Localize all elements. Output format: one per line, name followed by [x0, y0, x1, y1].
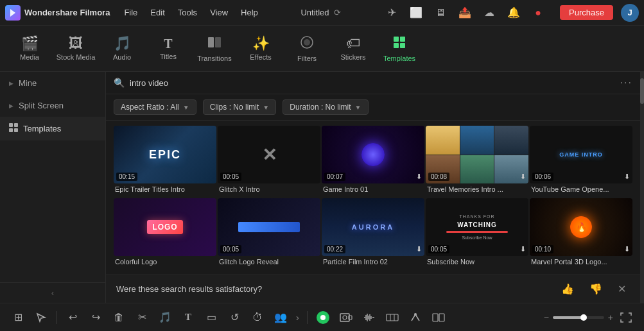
satisfaction-close-button[interactable]: ✕: [614, 282, 630, 296]
sidebar-item-split-screen[interactable]: ▶ Split Screen: [0, 94, 105, 117]
effects-label: Effects: [250, 53, 271, 61]
split-icon[interactable]: [428, 307, 449, 328]
template-card-aurora[interactable]: AURORA 00:22 ⬇ + Particle Film Intro 02: [322, 198, 424, 269]
undo-icon[interactable]: ↩: [62, 307, 83, 328]
text-icon[interactable]: T: [178, 307, 198, 328]
export-icon[interactable]: 📤: [456, 4, 474, 22]
camera-overlay-icon[interactable]: [336, 307, 356, 328]
nav-tools[interactable]: Tools: [177, 5, 198, 20]
svg-rect-2: [215, 37, 221, 47]
toolbar-filters[interactable]: Filters: [284, 30, 330, 67]
templates-sidebar-label: Templates: [23, 124, 61, 133]
add-icon[interactable]: +: [155, 217, 175, 237]
template-card-glitchx[interactable]: ✕ 00:05 + Glitch X Intro: [218, 126, 320, 197]
cut-icon[interactable]: ✂: [132, 307, 152, 328]
more-options-icon[interactable]: ···: [620, 77, 632, 89]
add-icon[interactable]: +: [571, 145, 591, 164]
toolbar-stickers[interactable]: 🏷 Stickers: [330, 31, 376, 66]
marvel-label: Marvel Portal 3D Logo...: [530, 256, 632, 266]
notification-icon[interactable]: ●: [529, 4, 547, 22]
crop-icon[interactable]: ▭: [201, 307, 222, 328]
aurora-label: Particle Film Intro 02: [322, 256, 424, 266]
music-icon[interactable]: 🎵: [155, 307, 175, 328]
divider-1: [57, 311, 57, 324]
stickers-label: Stickers: [340, 53, 365, 61]
toolbar-stock-media[interactable]: 🖼 Stock Media: [53, 31, 99, 66]
zoom-slider[interactable]: [553, 316, 604, 319]
rotate-icon[interactable]: ↺: [224, 307, 245, 328]
svg-marker-0: [10, 9, 15, 17]
delete-icon[interactable]: 🗑: [109, 307, 129, 328]
transitions-label: Transitions: [197, 55, 231, 62]
toolbar-audio[interactable]: 🎵 Audio: [99, 31, 145, 66]
add-icon[interactable]: +: [467, 217, 487, 237]
template-card-logo[interactable]: LOGO + Colorful Logo: [114, 198, 216, 269]
template-card-watching[interactable]: THANKS FOR WATCHING Subscribe Now 00:05 …: [426, 198, 528, 269]
upload-icon[interactable]: ☁: [480, 4, 498, 22]
bell-icon[interactable]: 🔔: [505, 4, 523, 22]
search-input[interactable]: [130, 78, 615, 88]
duration-filter[interactable]: Duration : No limit ▼: [283, 99, 368, 115]
nav-edit[interactable]: Edit: [149, 5, 166, 20]
avatar[interactable]: J: [621, 4, 639, 22]
nav-file[interactable]: File: [123, 5, 139, 20]
template-card-game[interactable]: 00:07 ⬇ + Game Intro 01: [322, 126, 424, 197]
svg-rect-1: [208, 37, 214, 47]
template-card-marvel[interactable]: 🔥 00:10 ⬇ + Marvel Portal 3D Logo...: [530, 198, 632, 269]
thumbs-down-button[interactable]: 👎: [586, 282, 606, 296]
thumbs-up-button[interactable]: 👍: [557, 282, 578, 296]
fit-icon[interactable]: [616, 307, 636, 328]
scrollbar-thumb[interactable]: [640, 78, 644, 104]
add-icon[interactable]: +: [363, 217, 383, 237]
zoom-slider-thumb[interactable]: [580, 314, 587, 321]
app-name: Wondershare Filmora: [24, 8, 110, 17]
sidebar-collapse-button[interactable]: ‹: [0, 282, 105, 303]
record-icon[interactable]: [313, 307, 333, 328]
add-icon[interactable]: +: [363, 145, 383, 164]
toolbar-media[interactable]: 🎬 Media: [6, 31, 53, 66]
aspect-ratio-filter[interactable]: Aspect Ratio : All ▼: [114, 99, 196, 115]
toolbar-row: 🎬 Media 🖼 Stock Media 🎵 Audio T Titles T…: [0, 26, 644, 72]
layout-icon[interactable]: ⊞: [8, 307, 28, 328]
mine-arrow-icon: ▶: [9, 80, 13, 87]
toolbar-transitions[interactable]: Transitions: [191, 30, 238, 67]
content-scrollbar[interactable]: [640, 72, 644, 303]
purchase-button[interactable]: Purchase: [560, 5, 613, 20]
aspect-ratio-label: Aspect Ratio : All: [121, 103, 179, 112]
group-icon[interactable]: 👥: [270, 307, 291, 328]
timeline-icon[interactable]: [382, 307, 403, 328]
more-tools-icon[interactable]: ›: [293, 310, 302, 325]
add-icon[interactable]: +: [259, 145, 279, 164]
audio-waveform-icon[interactable]: [359, 307, 379, 328]
titles-label: Titles: [160, 53, 177, 60]
redo-icon[interactable]: ↪: [85, 307, 106, 328]
add-icon[interactable]: +: [155, 145, 175, 164]
template-card-travel[interactable]: 00:08 ⬇ + Travel Memories Intro ...: [426, 126, 528, 197]
nav-help[interactable]: Help: [239, 5, 259, 20]
video-stabilize-icon[interactable]: [405, 307, 426, 328]
template-card-glitch-logo[interactable]: 00:05 + Glitch Logo Reveal: [218, 198, 320, 269]
select-icon[interactable]: [31, 307, 51, 328]
share-icon[interactable]: ✈: [383, 4, 401, 22]
clips-filter[interactable]: Clips : No limit ▼: [203, 99, 277, 115]
sidebar-item-mine[interactable]: ▶ Mine: [0, 72, 105, 94]
monitor-icon[interactable]: 🖥: [431, 4, 449, 22]
add-icon[interactable]: +: [467, 145, 487, 164]
zoom-in-icon[interactable]: +: [608, 312, 613, 323]
satisfaction-bar: Were these search results satisfactory? …: [106, 275, 640, 303]
speed-icon[interactable]: ⏱: [247, 307, 268, 328]
nav-view[interactable]: View: [209, 5, 229, 20]
svg-rect-6: [400, 37, 405, 42]
toolbar-titles[interactable]: T Titles: [145, 32, 191, 65]
template-card-youtube[interactable]: GAME INTRO 00:06 ⬇ + YouTube Game Opene.…: [530, 126, 632, 197]
caption-icon[interactable]: ⬜: [407, 4, 425, 22]
audio-icon: 🎵: [114, 37, 131, 51]
toolbar-templates[interactable]: Templates: [376, 30, 422, 67]
toolbar-effects[interactable]: ✨ Effects: [238, 31, 284, 66]
zoom-out-icon[interactable]: −: [544, 312, 549, 323]
sidebar-item-templates[interactable]: Templates: [0, 117, 105, 140]
add-icon[interactable]: +: [571, 217, 591, 237]
split-arrow-icon: ▶: [9, 103, 13, 109]
template-card-epic[interactable]: EPIC 00:15 + Epic Trailer Titles Intro: [114, 126, 216, 197]
add-icon[interactable]: +: [259, 217, 279, 237]
